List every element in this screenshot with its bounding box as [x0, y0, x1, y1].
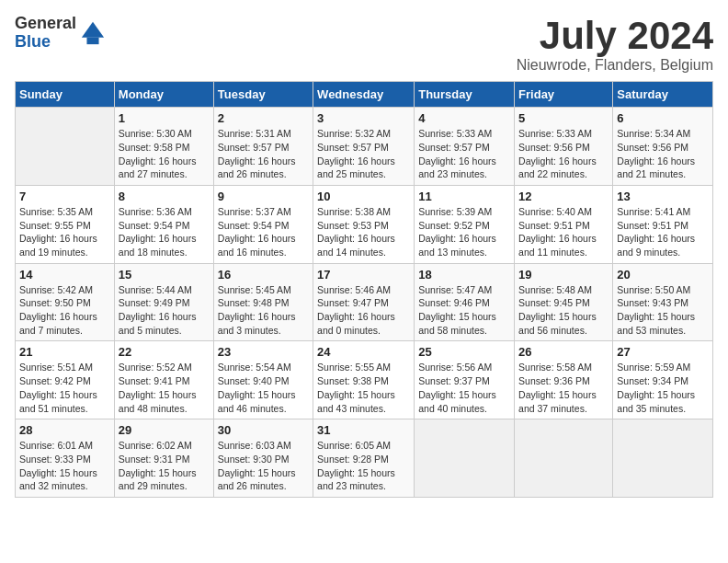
day-number: 20	[617, 268, 709, 282]
weekday-header-row: SundayMondayTuesdayWednesdayThursdayFrid…	[16, 82, 713, 108]
day-info: Sunrise: 5:48 AM Sunset: 9:45 PM Dayligh…	[518, 283, 609, 338]
day-info: Sunrise: 5:33 AM Sunset: 9:56 PM Dayligh…	[518, 127, 609, 181]
calendar-cell: 9Sunrise: 5:37 AM Sunset: 9:54 PM Daylig…	[213, 185, 313, 263]
logo-general: General	[15, 15, 76, 33]
day-info: Sunrise: 5:40 AM Sunset: 9:51 PM Dayligh…	[518, 205, 609, 259]
day-info: Sunrise: 5:55 AM Sunset: 9:38 PM Dayligh…	[317, 361, 410, 415]
day-number: 10	[317, 190, 410, 203]
day-info: Sunrise: 5:58 AM Sunset: 9:36 PM Dayligh…	[518, 361, 609, 415]
calendar-cell: 17Sunrise: 5:46 AM Sunset: 9:47 PM Dayli…	[313, 263, 415, 341]
calendar-cell: 2Sunrise: 5:31 AM Sunset: 9:57 PM Daylig…	[213, 108, 313, 186]
day-info: Sunrise: 5:35 AM Sunset: 9:55 PM Dayligh…	[19, 205, 110, 259]
day-info: Sunrise: 5:39 AM Sunset: 9:52 PM Dayligh…	[418, 205, 510, 259]
day-info: Sunrise: 6:02 AM Sunset: 9:31 PM Dayligh…	[119, 439, 210, 493]
calendar-week-row: 21Sunrise: 5:51 AM Sunset: 9:42 PM Dayli…	[16, 341, 713, 419]
calendar-cell: 7Sunrise: 5:35 AM Sunset: 9:55 PM Daylig…	[16, 185, 115, 263]
day-info: Sunrise: 5:34 AM Sunset: 9:56 PM Dayligh…	[617, 127, 709, 181]
svg-rect-1	[87, 37, 99, 43]
location: Nieuwrode, Flanders, Belgium	[517, 57, 713, 74]
calendar-cell: 15Sunrise: 5:44 AM Sunset: 9:49 PM Dayli…	[114, 263, 213, 341]
weekday-header: Sunday	[16, 82, 115, 108]
day-number: 16	[218, 268, 309, 282]
day-number: 21	[19, 345, 110, 359]
day-number: 27	[617, 345, 709, 359]
calendar-week-row: 7Sunrise: 5:35 AM Sunset: 9:55 PM Daylig…	[16, 185, 713, 263]
day-info: Sunrise: 5:41 AM Sunset: 9:51 PM Dayligh…	[617, 205, 709, 259]
day-info: Sunrise: 5:47 AM Sunset: 9:46 PM Dayligh…	[418, 283, 510, 338]
day-info: Sunrise: 5:31 AM Sunset: 9:57 PM Dayligh…	[218, 127, 309, 181]
day-info: Sunrise: 5:45 AM Sunset: 9:48 PM Dayligh…	[218, 283, 309, 338]
calendar-week-row: 1Sunrise: 5:30 AM Sunset: 9:58 PM Daylig…	[16, 108, 713, 186]
calendar-cell: 28Sunrise: 6:01 AM Sunset: 9:33 PM Dayli…	[16, 419, 115, 498]
day-number: 14	[19, 268, 110, 282]
calendar-cell	[515, 419, 613, 498]
weekday-header: Thursday	[415, 82, 515, 108]
day-number: 23	[218, 345, 309, 359]
calendar-cell	[16, 108, 115, 186]
day-info: Sunrise: 5:42 AM Sunset: 9:50 PM Dayligh…	[19, 283, 110, 338]
calendar-cell: 25Sunrise: 5:56 AM Sunset: 9:37 PM Dayli…	[415, 341, 515, 419]
day-info: Sunrise: 5:38 AM Sunset: 9:53 PM Dayligh…	[317, 205, 410, 259]
day-number: 9	[218, 190, 309, 203]
day-number: 13	[617, 190, 709, 203]
day-info: Sunrise: 5:54 AM Sunset: 9:40 PM Dayligh…	[218, 361, 309, 415]
month-title: July 2024	[517, 15, 713, 57]
day-number: 24	[317, 345, 410, 359]
day-info: Sunrise: 5:46 AM Sunset: 9:47 PM Dayligh…	[317, 283, 410, 338]
day-number: 22	[119, 345, 210, 359]
day-number: 26	[518, 345, 609, 359]
calendar-week-row: 14Sunrise: 5:42 AM Sunset: 9:50 PM Dayli…	[16, 263, 713, 341]
logo-blue: Blue	[15, 33, 76, 52]
calendar-cell: 19Sunrise: 5:48 AM Sunset: 9:45 PM Dayli…	[515, 263, 613, 341]
weekday-header: Friday	[515, 82, 613, 108]
calendar-cell: 29Sunrise: 6:02 AM Sunset: 9:31 PM Dayli…	[114, 419, 213, 498]
day-info: Sunrise: 5:36 AM Sunset: 9:54 PM Dayligh…	[119, 205, 210, 259]
svg-marker-0	[82, 22, 104, 38]
day-info: Sunrise: 5:52 AM Sunset: 9:41 PM Dayligh…	[119, 361, 210, 415]
calendar-cell: 30Sunrise: 6:03 AM Sunset: 9:30 PM Dayli…	[213, 419, 313, 498]
calendar-cell: 22Sunrise: 5:52 AM Sunset: 9:41 PM Dayli…	[114, 341, 213, 419]
day-info: Sunrise: 5:44 AM Sunset: 9:49 PM Dayligh…	[119, 283, 210, 338]
logo: General Blue	[15, 15, 106, 52]
day-number: 3	[317, 111, 410, 125]
calendar-cell: 18Sunrise: 5:47 AM Sunset: 9:46 PM Dayli…	[415, 263, 515, 341]
day-number: 17	[317, 268, 410, 282]
calendar-cell: 1Sunrise: 5:30 AM Sunset: 9:58 PM Daylig…	[114, 108, 213, 186]
day-info: Sunrise: 5:30 AM Sunset: 9:58 PM Dayligh…	[119, 127, 210, 181]
day-number: 19	[518, 268, 609, 282]
page-header: General Blue July 2024 Nieuwrode, Flande…	[15, 15, 713, 74]
day-number: 15	[119, 268, 210, 282]
title-block: July 2024 Nieuwrode, Flanders, Belgium	[517, 15, 713, 74]
weekday-header: Saturday	[613, 82, 713, 108]
day-number: 7	[19, 190, 110, 203]
day-info: Sunrise: 5:37 AM Sunset: 9:54 PM Dayligh…	[218, 205, 309, 259]
calendar-cell: 21Sunrise: 5:51 AM Sunset: 9:42 PM Dayli…	[16, 341, 115, 419]
calendar-cell: 20Sunrise: 5:50 AM Sunset: 9:43 PM Dayli…	[613, 263, 713, 341]
day-number: 30	[218, 423, 309, 437]
calendar-cell	[613, 419, 713, 498]
weekday-header: Monday	[114, 82, 213, 108]
day-number: 29	[119, 423, 210, 437]
day-number: 31	[317, 423, 410, 437]
calendar-cell: 3Sunrise: 5:32 AM Sunset: 9:57 PM Daylig…	[313, 108, 415, 186]
calendar-cell: 26Sunrise: 5:58 AM Sunset: 9:36 PM Dayli…	[515, 341, 613, 419]
day-info: Sunrise: 5:50 AM Sunset: 9:43 PM Dayligh…	[617, 283, 709, 338]
calendar-cell: 6Sunrise: 5:34 AM Sunset: 9:56 PM Daylig…	[613, 108, 713, 186]
day-number: 12	[518, 190, 609, 203]
calendar-cell: 11Sunrise: 5:39 AM Sunset: 9:52 PM Dayli…	[415, 185, 515, 263]
day-number: 4	[418, 111, 510, 125]
day-number: 18	[418, 268, 510, 282]
calendar-cell: 14Sunrise: 5:42 AM Sunset: 9:50 PM Dayli…	[16, 263, 115, 341]
calendar-cell: 16Sunrise: 5:45 AM Sunset: 9:48 PM Dayli…	[213, 263, 313, 341]
day-number: 2	[218, 111, 309, 125]
calendar-cell: 24Sunrise: 5:55 AM Sunset: 9:38 PM Dayli…	[313, 341, 415, 419]
day-number: 1	[119, 111, 210, 125]
day-info: Sunrise: 5:51 AM Sunset: 9:42 PM Dayligh…	[19, 361, 110, 415]
day-number: 8	[119, 190, 210, 203]
day-number: 5	[518, 111, 609, 125]
calendar-cell	[415, 419, 515, 498]
weekday-header: Tuesday	[213, 82, 313, 108]
calendar-cell: 13Sunrise: 5:41 AM Sunset: 9:51 PM Dayli…	[613, 185, 713, 263]
calendar-cell: 27Sunrise: 5:59 AM Sunset: 9:34 PM Dayli…	[613, 341, 713, 419]
calendar-table: SundayMondayTuesdayWednesdayThursdayFrid…	[15, 81, 713, 498]
